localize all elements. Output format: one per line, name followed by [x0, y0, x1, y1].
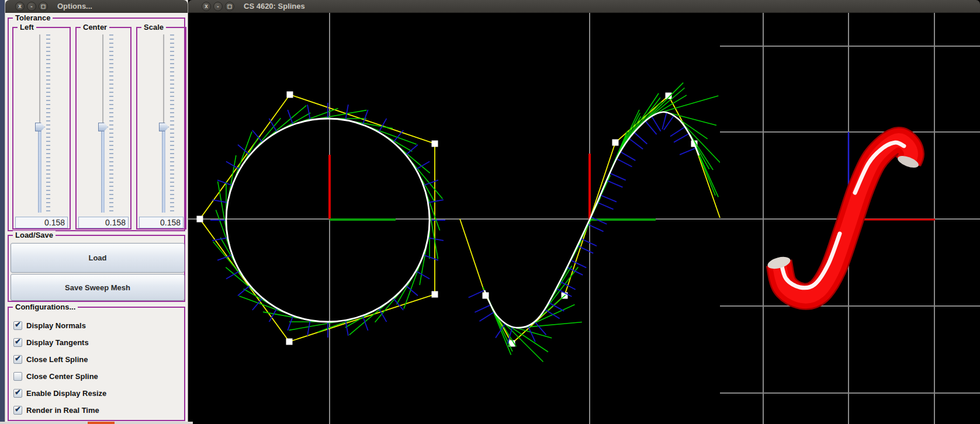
slider-label: Left — [18, 23, 36, 32]
slider-track[interactable] — [39, 34, 41, 124]
checkbox-icon[interactable]: ✔ — [13, 372, 22, 381]
load-save-group: Load/Save Load Save Sweep Mesh — [8, 235, 185, 302]
group-title: Load/Save — [13, 231, 56, 239]
checkbox-label: Display Normals — [26, 321, 86, 330]
tolerance-scale-value[interactable]: 0.158 — [139, 217, 183, 228]
slider-group-left: Left 0.158 — [12, 27, 71, 230]
load-button[interactable]: Load — [11, 243, 185, 273]
checkbox-icon[interactable]: ✔ — [13, 355, 22, 364]
tolerance-scale-slider[interactable] — [159, 123, 169, 131]
viewport-profile-spline[interactable] — [200, 13, 460, 424]
slider-track[interactable] — [163, 34, 165, 124]
options-titlebar[interactable]: x - ◻ Options... — [5, 0, 188, 13]
options-window: x - ◻ Options... Tolerance Left 0.158 Ce… — [5, 0, 188, 422]
tolerance-center-slider[interactable] — [98, 123, 108, 131]
group-title: Tolerance — [13, 13, 53, 22]
opengl-canvas[interactable] — [188, 0, 980, 424]
checkbox-display-tangents[interactable]: ✔ Display Tangents — [13, 338, 89, 347]
screen: x - ◻ CS 4620: Splines — [0, 0, 980, 424]
maximize-icon[interactable]: ◻ — [39, 2, 48, 11]
slider-label: Scale — [141, 23, 166, 32]
checkbox-close-center-spline[interactable]: ✔ Close Center Spline — [13, 371, 98, 381]
checkbox-icon[interactable]: ✔ — [13, 389, 22, 398]
slider-label: Center — [81, 23, 109, 32]
checkbox-icon[interactable]: ✔ — [13, 406, 22, 415]
slider-ticks — [109, 34, 113, 213]
configurations-group: Configurations... ✔ Display Normals ✔ Di… — [8, 307, 185, 421]
checkbox-close-left-spline[interactable]: ✔ Close Left Spline — [13, 355, 88, 364]
slider-ticks — [170, 34, 174, 213]
tolerance-left-slider[interactable] — [35, 123, 45, 131]
minimize-icon[interactable]: - — [27, 2, 36, 11]
checkbox-render-in-real-time[interactable]: ✔ Render in Real Time — [13, 405, 99, 415]
checkbox-label: Close Center Spline — [26, 372, 98, 381]
checkbox-label: Close Left Spline — [26, 355, 88, 364]
slider-track[interactable] — [38, 127, 41, 213]
slider-track[interactable] — [101, 127, 105, 213]
slider-track[interactable] — [102, 34, 104, 124]
viewport-sweep-spline[interactable] — [460, 13, 720, 424]
group-title: Configurations... — [13, 303, 78, 311]
window-title: Options... — [57, 2, 92, 11]
close-icon[interactable]: x — [15, 2, 25, 11]
slider-group-scale: Scale 0.158 — [136, 27, 186, 230]
slider-ticks — [46, 34, 50, 213]
slider-group-center: Center 0.158 — [75, 27, 131, 230]
save-sweep-mesh-button[interactable]: Save Sweep Mesh — [11, 274, 185, 301]
checkbox-display-normals[interactable]: ✔ Display Normals — [13, 321, 86, 331]
splines-window: x - ◻ CS 4620: Splines — [188, 0, 980, 424]
desktop-accent — [88, 422, 115, 424]
desktop-left-strip — [0, 0, 5, 424]
checkbox-label: Render in Real Time — [26, 406, 99, 415]
tolerance-center-value[interactable]: 0.158 — [78, 217, 129, 228]
checkbox-icon[interactable]: ✔ — [13, 338, 22, 347]
checkbox-icon[interactable]: ✔ — [13, 321, 22, 330]
slider-track[interactable] — [162, 127, 165, 213]
checkbox-enable-display-resize[interactable]: ✔ Enable Display Resize — [13, 388, 106, 398]
checkbox-label: Display Tangents — [26, 338, 89, 347]
checkbox-label: Enable Display Resize — [26, 389, 106, 398]
viewport-rendered-mesh[interactable] — [720, 13, 980, 424]
tolerance-left-value[interactable]: 0.158 — [15, 217, 68, 228]
